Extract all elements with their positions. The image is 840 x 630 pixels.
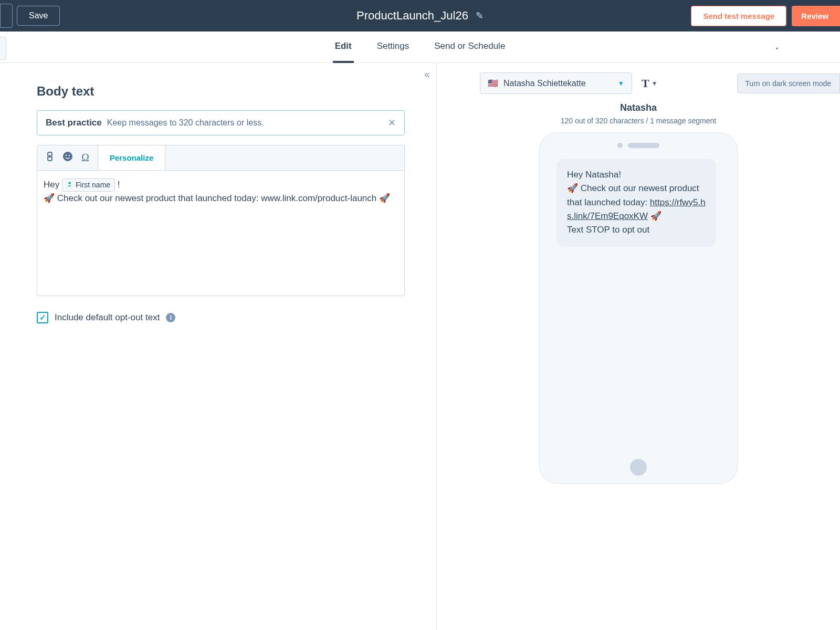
chevron-down-icon: ▼	[652, 80, 658, 87]
personalize-button[interactable]: Personalize	[98, 145, 165, 170]
right-caret-icon: ▾	[776, 46, 778, 51]
optout-label: Include default opt-out text	[55, 312, 160, 323]
tabs-row: Edit Settings Send or Schedule ▾	[0, 32, 840, 63]
text-t-icon: T	[642, 77, 649, 90]
sms-optout: Text STOP to opt out	[567, 223, 706, 237]
edit-title-icon[interactable]: ✎	[476, 10, 484, 22]
best-practice-callout: Best practice Keep messages to 320 chara…	[37, 110, 405, 135]
editor-text-line2: 🚀 Check out our newest product that laun…	[44, 193, 390, 203]
body-text-heading: Body text	[37, 84, 405, 99]
svg-point-5	[69, 155, 70, 156]
svg-point-4	[66, 155, 67, 156]
page-title: ProductLaunch_Jul26	[356, 9, 468, 23]
phone-mockup: Hey Natasha! 🚀 Check out our newest prod…	[539, 132, 738, 484]
best-practice-label: Best practice	[46, 118, 102, 128]
tab-settings[interactable]: Settings	[375, 32, 411, 63]
preview-pane: 🇺🇸 Natasha Schiettekatte ▼ T ▼ Turn on d…	[437, 63, 840, 630]
back-button-stub[interactable]	[0, 4, 13, 28]
collapse-panel-icon[interactable]: «	[424, 68, 430, 80]
preview-contact-dropdown[interactable]: 🇺🇸 Natasha Schiettekatte ▼	[480, 72, 632, 94]
send-test-button[interactable]: Send test message	[691, 6, 786, 26]
speaker-dot-icon	[617, 143, 623, 148]
svg-point-3	[63, 152, 72, 161]
omega-icon[interactable]: Ω	[81, 152, 89, 164]
save-button[interactable]: Save	[17, 6, 60, 26]
text-size-tool[interactable]: T ▼	[642, 77, 658, 90]
review-button[interactable]: Review	[792, 6, 840, 26]
top-bar: Save ProductLaunch_Jul26 ✎ Send test mes…	[0, 0, 840, 32]
tab-send-schedule[interactable]: Send or Schedule	[432, 32, 507, 63]
info-icon[interactable]: i	[166, 313, 175, 322]
tab-edit[interactable]: Edit	[333, 32, 354, 63]
editor-text-after-token: !	[115, 180, 120, 190]
flag-icon: 🇺🇸	[488, 78, 498, 88]
sms-line2-tail: 🚀	[648, 211, 662, 221]
editor-pane: « Body text Best practice Keep messages …	[0, 63, 437, 630]
dark-mode-button[interactable]: Turn on dark screen mode	[737, 74, 840, 93]
svg-point-6	[68, 182, 70, 184]
person-icon	[67, 180, 72, 190]
left-panel-stub[interactable]	[0, 37, 6, 60]
first-name-token[interactable]: First name	[62, 178, 115, 192]
editor-toolbar: Ω Personalize	[37, 145, 405, 170]
character-count: 120 out of 320 characters / 1 message se…	[561, 117, 717, 125]
link-icon[interactable]	[46, 151, 54, 164]
body-text-editor[interactable]: Hey First name ! 🚀 Check out our newest …	[37, 170, 405, 296]
token-label: First name	[76, 180, 110, 191]
optout-row: ✓ Include default opt-out text i	[37, 312, 405, 323]
sms-line1: Hey Natasha!	[567, 168, 706, 182]
phone-notch	[549, 143, 728, 148]
editor-text-prefix: Hey	[44, 180, 62, 190]
phone-home-icon	[630, 459, 647, 476]
sms-preview-bubble: Hey Natasha! 🚀 Check out our newest prod…	[556, 159, 716, 247]
emoji-icon[interactable]	[62, 151, 73, 164]
close-icon[interactable]: ✕	[388, 117, 396, 129]
dropdown-contact-name: Natasha Schiettekatte	[503, 79, 613, 88]
sms-line2: 🚀 Check out our newest product that laun…	[567, 182, 706, 223]
speaker-bar-icon	[628, 143, 659, 148]
optout-checkbox[interactable]: ✓	[37, 312, 48, 323]
best-practice-text: Keep messages to 320 characters or less.	[107, 118, 264, 128]
preview-contact-short: Natasha	[620, 102, 657, 113]
chevron-down-icon: ▼	[618, 80, 624, 87]
